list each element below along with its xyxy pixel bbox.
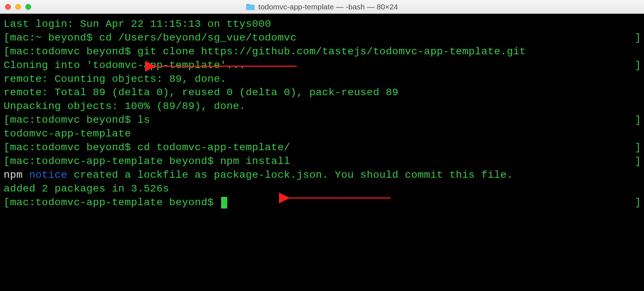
minimize-button[interactable] bbox=[15, 4, 21, 10]
close-button[interactable] bbox=[5, 4, 11, 10]
terminal-line: [mac:todomvc beyond$ cd todomvc-app-temp… bbox=[4, 141, 643, 155]
terminal-line: remote: Counting objects: 89, done. bbox=[4, 72, 643, 86]
maximize-button[interactable] bbox=[25, 4, 31, 10]
terminal-line: Unpacking objects: 100% (89/89), done. bbox=[4, 100, 643, 113]
terminal-line: added 2 packages in 3.526s bbox=[4, 182, 643, 196]
terminal-line: remote: Total 89 (delta 0), reused 0 (de… bbox=[4, 86, 643, 100]
terminal-line: [mac:~ beyond$ cd /Users/beyond/sg_vue/t… bbox=[4, 31, 643, 45]
terminal-body[interactable]: Last login: Sun Apr 22 11:15:13 on ttys0… bbox=[0, 14, 644, 291]
window-title: todomvc-app-template — -bash — 80×24 bbox=[246, 3, 398, 11]
cursor bbox=[221, 197, 227, 208]
folder-icon bbox=[246, 3, 255, 10]
terminal-line: [mac:todomvc-app-template beyond$ ] bbox=[4, 196, 643, 210]
terminal-line: [mac:todomvc-app-template beyond$ npm in… bbox=[4, 155, 643, 168]
window-titlebar[interactable]: todomvc-app-template — -bash — 80×24 bbox=[0, 0, 644, 14]
terminal-line: [mac:todomvc beyond$ git clone https://g… bbox=[4, 45, 643, 59]
terminal-line: [mac:todomvc beyond$ ls] bbox=[4, 113, 643, 127]
terminal-line: npm notice created a lockfile as package… bbox=[4, 168, 643, 182]
terminal-window: todomvc-app-template — -bash — 80×24 Las… bbox=[0, 0, 644, 291]
terminal-line: Last login: Sun Apr 22 11:15:13 on ttys0… bbox=[4, 17, 643, 31]
terminal-line: Cloning into 'todomvc-app-template'... bbox=[4, 59, 643, 72]
npm-notice-label: notice bbox=[23, 169, 67, 181]
traffic-lights bbox=[5, 4, 31, 10]
npm-label: npm bbox=[4, 169, 23, 181]
terminal-line: todomvc-app-template bbox=[4, 127, 643, 141]
window-title-text: todomvc-app-template — -bash — 80×24 bbox=[258, 3, 398, 11]
